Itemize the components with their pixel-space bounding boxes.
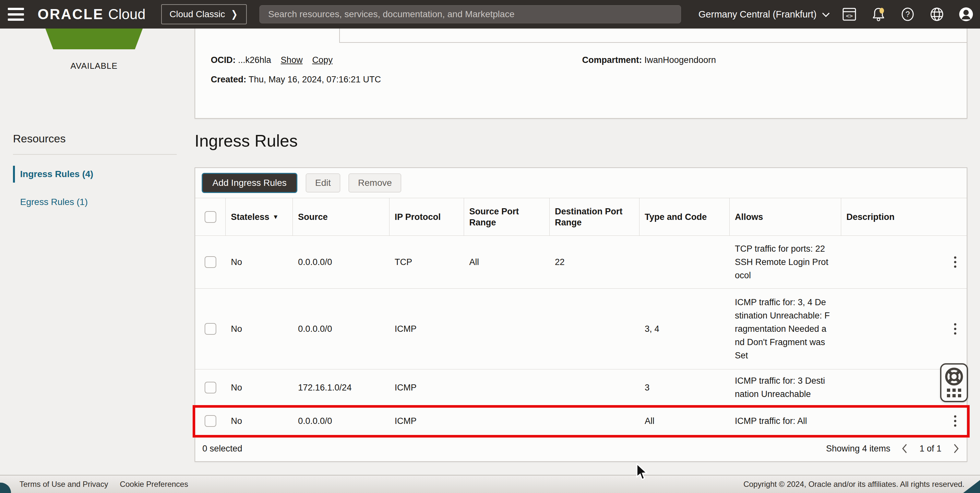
cell-ip-protocol: ICMP <box>390 324 464 334</box>
select-all-cell <box>195 198 226 235</box>
column-header-stateless[interactable]: Stateless▼ <box>226 198 293 235</box>
cloud-classic-button[interactable]: Cloud Classic ❯ <box>161 4 247 24</box>
ocid-value: ...k26hla <box>238 55 271 65</box>
cell-allows: ICMP traffic for: 3 Desti nation Unreach… <box>730 374 841 401</box>
cell-source: 0.0.0.0/0 <box>293 324 390 334</box>
cell-stateless: No <box>226 416 293 426</box>
profile-avatar-icon[interactable] <box>959 7 974 22</box>
resources-divider <box>13 154 177 155</box>
chevron-right-icon: ❯ <box>231 10 237 19</box>
row-checkbox[interactable] <box>205 382 216 393</box>
logo-cloud-text: Cloud <box>108 6 146 22</box>
row-actions-kebab-icon[interactable] <box>952 321 958 337</box>
cell-ip-protocol: ICMP <box>390 416 464 426</box>
column-header-source: Source <box>293 198 390 235</box>
life-ring-help-icon[interactable] <box>945 367 964 386</box>
cell-stateless: No <box>226 324 293 334</box>
row-checkbox[interactable] <box>205 415 216 427</box>
egress-rules-link[interactable]: Egress Rules (1) <box>20 197 88 207</box>
sidebar-item-egress-rules[interactable]: Egress Rules (1) <box>13 194 177 210</box>
cloud-classic-label: Cloud Classic <box>170 9 225 19</box>
resources-panel: Resources Ingress Rules (4) Egress Rules… <box>13 132 177 210</box>
floating-help-widget[interactable] <box>940 363 968 402</box>
notifications-bell-icon[interactable] <box>871 7 886 22</box>
row-checkbox[interactable] <box>205 256 216 268</box>
resources-title: Resources <box>13 132 177 145</box>
compartment-value: IwanHoogendoorn <box>644 55 716 65</box>
ocid-copy-link[interactable]: Copy <box>312 55 333 65</box>
top-navigation-bar: ORACLE Cloud Cloud Classic ❯ Germany Cen… <box>0 0 980 29</box>
cell-type-code: All <box>640 416 730 426</box>
table-row[interactable]: No 0.0.0.0/0 ICMP 3, 4 ICMP traffic for:… <box>195 289 967 369</box>
column-header-description: Description <box>841 198 967 235</box>
add-ingress-rules-button[interactable]: Add Ingress Rules <box>202 173 298 193</box>
ocid-show-link[interactable]: Show <box>281 55 303 65</box>
column-header-type-and-code: Type and Code <box>640 198 730 235</box>
security-list-details-card: OCID: ...k26hla Show Copy Created: Thu, … <box>194 29 967 119</box>
hamburger-menu-icon[interactable] <box>8 8 24 21</box>
ingress-rules-link[interactable]: Ingress Rules (4) <box>20 169 93 180</box>
row-actions-kebab-icon[interactable] <box>952 413 958 429</box>
footer-corner-decoration-right <box>963 480 980 493</box>
column-header-ip-protocol: IP Protocol <box>390 198 464 235</box>
prev-page-chevron-icon[interactable] <box>901 443 908 454</box>
search-input[interactable] <box>259 5 681 23</box>
table-row[interactable]: No 0.0.0.0/0 TCP All 22 TCP traffic for … <box>195 236 967 289</box>
tab-panel-edge-vertical <box>339 29 340 42</box>
cell-dest-port: 22 <box>550 257 640 267</box>
cell-ip-protocol: ICMP <box>390 383 464 393</box>
cell-allows: ICMP traffic for: 3, 4 De stination Unre… <box>730 296 841 362</box>
status-label: AVAILABLE <box>45 61 143 71</box>
globe-language-icon[interactable] <box>929 7 944 22</box>
showing-items-text: Showing 4 items <box>826 444 890 454</box>
oracle-cloud-logo[interactable]: ORACLE Cloud <box>38 6 146 22</box>
cell-stateless: No <box>226 257 293 267</box>
select-all-checkbox[interactable] <box>205 211 216 223</box>
column-header-allows: Allows <box>730 198 841 235</box>
topbar-right-controls: Germany Central (Frankfurt) <> <box>698 0 974 29</box>
svg-text:<>: <> <box>846 12 853 19</box>
cell-allows: ICMP traffic for: All <box>730 415 841 428</box>
row-checkbox[interactable] <box>205 323 216 335</box>
page-indicator: 1 of 1 <box>920 444 942 454</box>
created-row: Created: Thu, May 16, 2024, 07:16:21 UTC <box>211 75 381 85</box>
svg-text:?: ? <box>905 10 910 19</box>
cell-source: 172.16.1.0/24 <box>293 383 390 393</box>
next-page-chevron-icon[interactable] <box>953 443 959 454</box>
region-selector[interactable]: Germany Central (Frankfurt) <box>698 9 827 20</box>
tab-panel-edge <box>339 42 967 43</box>
table-row[interactable]: No 172.16.1.0/24 ICMP 3 ICMP traffic for… <box>195 369 967 406</box>
help-icon[interactable]: ? <box>900 7 915 22</box>
chevron-down-icon <box>822 10 830 17</box>
cell-type-code: 3 <box>640 383 730 393</box>
oracle-cloud-console: ORACLE Cloud Cloud Classic ❯ Germany Cen… <box>0 0 980 493</box>
terms-of-use-link[interactable]: Terms of Use and Privacy <box>19 480 108 489</box>
app-launcher-grid-icon[interactable] <box>947 388 961 397</box>
table-header-row: Stateless▼ Source IP Protocol Source Por… <box>195 198 967 236</box>
cookie-preferences-link[interactable]: Cookie Preferences <box>120 480 188 489</box>
sort-arrow-icon[interactable]: ▼ <box>273 212 279 223</box>
created-value: Thu, May 16, 2024, 07:16:21 UTC <box>249 75 381 84</box>
table-row-highlighted[interactable]: No 0.0.0.0/0 ICMP All ICMP traffic for: … <box>195 406 967 436</box>
inactive-indicator-bar <box>13 194 15 210</box>
active-indicator-bar <box>13 166 15 183</box>
ingress-rules-table-card: Add Ingress Rules Edit Remove Stateless▼… <box>194 167 967 462</box>
logo-oracle-text: ORACLE <box>38 6 104 22</box>
page-title: Ingress Rules <box>194 131 298 151</box>
cell-type-code: 3, 4 <box>640 324 730 334</box>
column-header-source-port-range: Source Port Range <box>464 198 550 235</box>
created-label: Created: <box>211 75 247 84</box>
ocid-label: OCID: <box>211 55 236 65</box>
cell-source-port: All <box>464 257 550 267</box>
sidebar-item-ingress-rules[interactable]: Ingress Rules (4) <box>13 166 177 183</box>
selected-count: 0 selected <box>202 444 242 454</box>
pagination: Showing 4 items 1 of 1 <box>826 443 959 454</box>
cell-source: 0.0.0.0/0 <box>293 416 390 426</box>
remove-button[interactable]: Remove <box>348 173 401 192</box>
edit-button[interactable]: Edit <box>306 173 340 192</box>
status-hexagon-badge <box>45 29 143 49</box>
row-actions-kebab-icon[interactable] <box>952 254 958 270</box>
table-footer: 0 selected Showing 4 items 1 of 1 <box>195 436 967 461</box>
developer-tools-icon[interactable]: <> <box>842 7 857 22</box>
table-toolbar: Add Ingress Rules Edit Remove <box>195 168 967 198</box>
